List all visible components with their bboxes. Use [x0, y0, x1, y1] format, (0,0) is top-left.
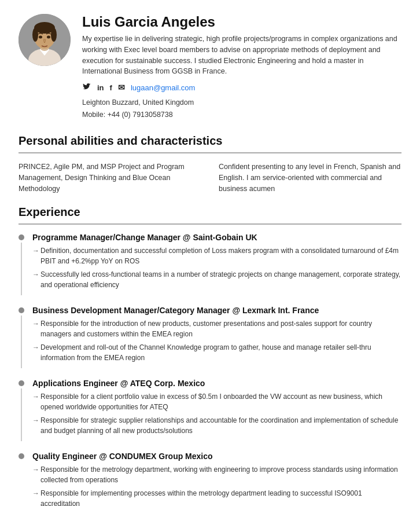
exp-bullets-list: Responsible for a client portfolio value… — [32, 391, 401, 436]
bio-text: My expertise lie in delivering strategic… — [82, 34, 401, 77]
experience-item: Quality Engineer @ CONDUMEX Group Mexico… — [19, 452, 401, 506]
exp-dot — [19, 234, 24, 240]
abilities-left: PRINCE2, Agile PM, and MSP Project and P… — [19, 162, 201, 195]
linkedin-icon[interactable]: in — [97, 83, 104, 92]
exp-line — [21, 243, 22, 295]
mobile-text: Mobile: +44 (0) 7913058738 — [82, 109, 401, 121]
experience-list: Programme Manager/Change Manager @ Saint… — [19, 233, 401, 506]
exp-job-title: Applications Engineer @ ATEQ Corp. Mexic… — [32, 379, 401, 388]
exp-bullet-item: Responsible for the metrology department… — [32, 464, 401, 485]
exp-bullet-item: Development and roll-out of the Channel … — [32, 342, 401, 363]
exp-bullet-item: Responsible for a client portfolio value… — [32, 391, 401, 412]
experience-section: Experience Programme Manager/Change Mana… — [19, 206, 401, 506]
experience-item: Programme Manager/Change Manager @ Saint… — [19, 233, 401, 295]
exp-bullet — [19, 306, 24, 368]
exp-bullet-item: Responsible for the introduction of new … — [32, 318, 401, 339]
svg-point-9 — [47, 36, 50, 39]
abilities-right: Confident presenting to any level in Fre… — [219, 162, 401, 195]
exp-bullet-item: Responsible for implementing processes w… — [32, 488, 401, 506]
exp-bullet-item: Successfully led cross-functional teams … — [32, 269, 401, 290]
twitter-icon[interactable] — [82, 83, 91, 91]
contact-info: Leighton Buzzard, United Kingdom Mobile:… — [82, 97, 401, 122]
abilities-divider — [19, 152, 401, 153]
abilities-grid: PRINCE2, Agile PM, and MSP Project and P… — [19, 162, 401, 195]
experience-divider — [19, 223, 401, 225]
location-text: Leighton Buzzard, United Kingdom — [82, 97, 401, 109]
svg-point-6 — [32, 28, 38, 42]
exp-line — [21, 388, 22, 441]
exp-bullet-item: Responsible for strategic supplier relat… — [32, 415, 401, 436]
header-info: Luis Garcia Angeles My expertise lie in … — [82, 14, 401, 122]
exp-bullets-list: Definition, documentation and successful… — [32, 245, 401, 290]
social-icons-row: in f ✉ lugaan@gmail.com — [82, 83, 401, 92]
exp-job-title: Business Development Manager/Category Ma… — [32, 306, 401, 315]
facebook-icon[interactable]: f — [110, 83, 112, 92]
svg-point-7 — [51, 28, 57, 42]
abilities-title: Personal abilities and characteristics — [19, 134, 401, 148]
header-section: Luis Garcia Angeles My expertise lie in … — [19, 14, 401, 122]
email-link[interactable]: lugaan@gmail.com — [131, 83, 195, 92]
exp-dot — [19, 380, 24, 386]
exp-bullets-list: Responsible for the metrology department… — [32, 464, 401, 506]
exp-bullet — [19, 379, 24, 441]
avatar — [19, 14, 71, 66]
exp-job-title: Quality Engineer @ CONDUMEX Group Mexico — [32, 452, 401, 461]
exp-job-title: Programme Manager/Change Manager @ Saint… — [32, 233, 401, 242]
experience-item: Applications Engineer @ ATEQ Corp. Mexic… — [19, 379, 401, 441]
exp-content: Programme Manager/Change Manager @ Saint… — [32, 233, 401, 295]
exp-bullets-list: Responsible for the introduction of new … — [32, 318, 401, 363]
exp-dot — [19, 307, 24, 313]
exp-content: Quality Engineer @ CONDUMEX Group Mexico… — [32, 452, 401, 506]
experience-title: Experience — [19, 206, 401, 219]
full-name: Luis Garcia Angeles — [82, 14, 401, 30]
exp-dot — [19, 453, 24, 459]
exp-content: Applications Engineer @ ATEQ Corp. Mexic… — [32, 379, 401, 441]
svg-point-8 — [39, 36, 42, 39]
exp-content: Business Development Manager/Category Ma… — [32, 306, 401, 368]
exp-line — [21, 316, 22, 368]
email-envelope-icon: ✉ — [118, 83, 125, 92]
experience-item: Business Development Manager/Category Ma… — [19, 306, 401, 368]
exp-bullet — [19, 452, 24, 506]
exp-bullet-item: Definition, documentation and successful… — [32, 245, 401, 266]
exp-bullet — [19, 233, 24, 295]
abilities-section: Personal abilities and characteristics P… — [19, 134, 401, 195]
